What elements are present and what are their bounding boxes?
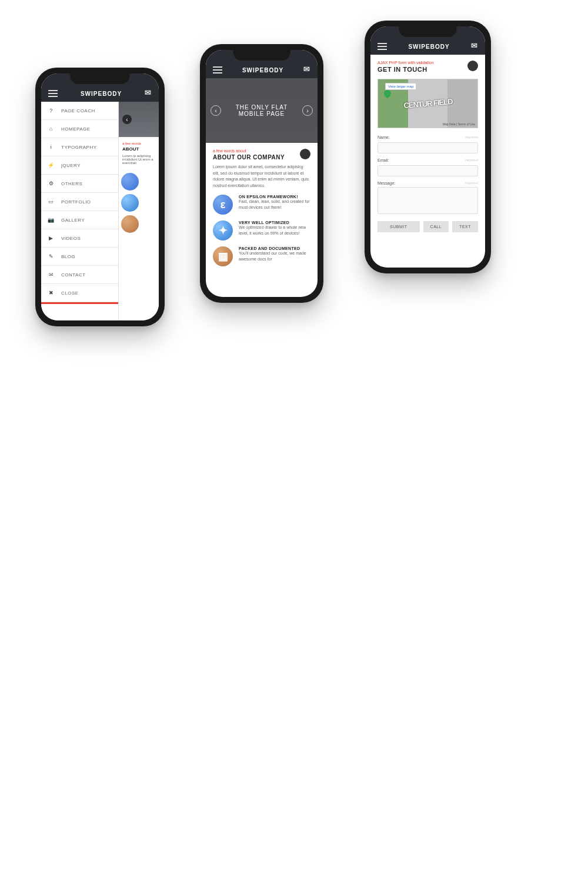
section-heading: ABOUT OUR COMPANY bbox=[213, 154, 310, 161]
map-embed[interactable]: View larger map CENTUR FIELD Map Data | … bbox=[377, 79, 478, 128]
name-input[interactable] bbox=[377, 142, 478, 153]
phone-mockup-about: SWIPEBODY ✉ ‹ THE ONLY FLAT MOBILE PAGE … bbox=[200, 44, 323, 303]
close-icon: ✖ bbox=[47, 289, 55, 297]
menu-item-blog[interactable]: ✎BLOG bbox=[41, 248, 118, 266]
share-button[interactable] bbox=[467, 61, 478, 71]
compass-icon: ✦ bbox=[213, 220, 233, 240]
app-title: SWIPEBODY bbox=[408, 44, 449, 50]
play-icon: ▶ bbox=[47, 234, 55, 242]
feature-body: We optimized drawer to a whole new level… bbox=[239, 225, 310, 236]
message-input[interactable] bbox=[377, 187, 478, 214]
mail-icon[interactable]: ✉ bbox=[471, 41, 478, 50]
section-heading: ABOUT bbox=[122, 146, 155, 152]
hamburger-icon[interactable] bbox=[377, 43, 387, 50]
message-label: Message:required bbox=[377, 181, 478, 185]
menu-item-typography[interactable]: iTYPOGRAPHY bbox=[41, 138, 118, 156]
feature-row: ε ON EPSILON FRAMEWORK! Fast, clean, lea… bbox=[213, 195, 310, 215]
map-attribution: Map Data | Terms of Use bbox=[443, 122, 475, 126]
feature-row: ▦ PACKED AND DOCUMENTED You'll understan… bbox=[213, 246, 310, 266]
feature-bubble-compass bbox=[121, 194, 139, 212]
screen: SWIPEBODY ✉ AJAX PHP form with validatio… bbox=[370, 26, 485, 268]
app-title: SWIPEBODY bbox=[81, 91, 122, 97]
info-icon: i bbox=[47, 143, 55, 151]
hero-line-2: MOBILE PAGE bbox=[236, 111, 288, 117]
mail-icon[interactable]: ✉ bbox=[303, 65, 310, 74]
help-icon: ? bbox=[47, 106, 55, 115]
screen: SWIPEBODY ✉ ?PAGE COACH ⌂HOMEPAGE iTYPOG… bbox=[41, 74, 159, 320]
section-paragraph: Lorem ipsum dolor sit amet, consectetur … bbox=[213, 164, 310, 189]
menu-item-portfolio[interactable]: ▭PORTFOLIO bbox=[41, 193, 118, 211]
menu-accent-bar bbox=[41, 302, 118, 304]
field-message: Message:required bbox=[377, 181, 478, 216]
app-header: SWIPEBODY ✉ bbox=[370, 26, 485, 55]
feature-body: You'll understand our code, we made awes… bbox=[239, 250, 310, 262]
menu-item-videos[interactable]: ▶VIDEOS bbox=[41, 229, 118, 248]
sidebar-menu: ?PAGE COACH ⌂HOMEPAGE iTYPOGRAPHY ⚡jQUER… bbox=[41, 102, 119, 320]
feature-body: Fast, clean, lean, solid, and created fo… bbox=[239, 199, 310, 211]
menu-item-jquery[interactable]: ⚡jQUERY bbox=[41, 156, 118, 175]
app-header: SWIPEBODY ✉ bbox=[206, 50, 318, 78]
section-heading: GET IN TOUCH bbox=[377, 66, 478, 73]
feature-row: ✦ VERY WELL OPTIMIZED We optimized drawe… bbox=[213, 220, 310, 240]
epsilon-icon: ε bbox=[213, 195, 233, 215]
app-header: SWIPEBODY ✉ bbox=[41, 74, 159, 102]
menu-item-close[interactable]: ✖CLOSE bbox=[41, 284, 118, 302]
carousel-prev-icon[interactable]: ‹ bbox=[122, 115, 132, 124]
feature-heading: PACKED AND DOCUMENTED bbox=[239, 246, 310, 250]
envelope-icon: ✉ bbox=[47, 270, 55, 279]
email-input[interactable] bbox=[377, 165, 478, 176]
menu-item-homepage[interactable]: ⌂HOMEPAGE bbox=[41, 120, 118, 138]
share-button[interactable] bbox=[300, 149, 310, 159]
hero-peek: ‹ bbox=[119, 102, 159, 137]
feature-bubble-wood bbox=[121, 215, 139, 233]
submit-button[interactable]: SUBMIT bbox=[377, 221, 420, 232]
app-title: SWIPEBODY bbox=[242, 67, 283, 74]
text-button[interactable]: TEXT bbox=[452, 221, 478, 232]
briefcase-icon: ▭ bbox=[47, 198, 55, 206]
feature-heading: ON EPSILON FRAMEWORK! bbox=[239, 195, 310, 199]
menu-item-pagecoach[interactable]: ?PAGE COACH bbox=[41, 102, 118, 120]
box-icon: ▦ bbox=[213, 246, 233, 266]
phone-mockup-contact: SWIPEBODY ✉ AJAX PHP form with validatio… bbox=[365, 21, 491, 273]
carousel-next-icon[interactable]: › bbox=[302, 105, 313, 116]
menu-item-contact[interactable]: ✉CONTACT bbox=[41, 266, 118, 284]
map-pin-icon bbox=[383, 89, 393, 99]
carousel-prev-icon[interactable]: ‹ bbox=[211, 105, 221, 116]
page-behind-drawer: ‹ a few words ABOUT Lorem ip adipisicg i… bbox=[119, 102, 159, 320]
form-buttons: SUBMIT CALL TEXT bbox=[377, 221, 478, 232]
hamburger-icon[interactable] bbox=[213, 66, 222, 74]
gear-icon: ⚙ bbox=[47, 179, 55, 188]
menu-item-gallery[interactable]: 📷GALLERY bbox=[41, 211, 118, 229]
section-tag: AJAX PHP form with validation bbox=[377, 61, 478, 65]
hamburger-icon[interactable] bbox=[48, 90, 58, 97]
menu-item-others[interactable]: ⚙OTHERS bbox=[41, 175, 118, 193]
field-email: Email:required bbox=[377, 158, 478, 176]
mail-icon[interactable]: ✉ bbox=[145, 88, 152, 97]
phone-mockup-menu: SWIPEBODY ✉ ?PAGE COACH ⌂HOMEPAGE iTYPOG… bbox=[35, 68, 165, 326]
camera-icon: 📷 bbox=[47, 216, 55, 224]
section-tag: a few words about bbox=[213, 149, 310, 153]
map-view-larger-link[interactable]: View larger map bbox=[385, 83, 416, 90]
call-button[interactable]: CALL bbox=[423, 221, 449, 232]
email-label: Email:required bbox=[377, 158, 478, 162]
name-label: Name:required bbox=[377, 135, 478, 139]
screen: SWIPEBODY ✉ ‹ THE ONLY FLAT MOBILE PAGE … bbox=[206, 50, 318, 297]
bolt-icon: ⚡ bbox=[47, 161, 55, 169]
section-tag: a few words bbox=[122, 142, 155, 145]
hero-carousel: ‹ THE ONLY FLAT MOBILE PAGE › bbox=[206, 78, 318, 143]
hero-line-1: THE ONLY FLAT bbox=[236, 104, 288, 111]
feature-bubble-epsilon bbox=[121, 173, 139, 191]
field-name: Name:required bbox=[377, 135, 478, 153]
home-icon: ⌂ bbox=[47, 125, 55, 133]
section-body: Lorem ip adipisicg incididunt Ut enim a … bbox=[122, 154, 155, 165]
feature-heading: VERY WELL OPTIMIZED bbox=[239, 220, 310, 225]
pencil-icon: ✎ bbox=[47, 252, 55, 260]
map-location-label: CENTUR FIELD bbox=[403, 97, 452, 110]
